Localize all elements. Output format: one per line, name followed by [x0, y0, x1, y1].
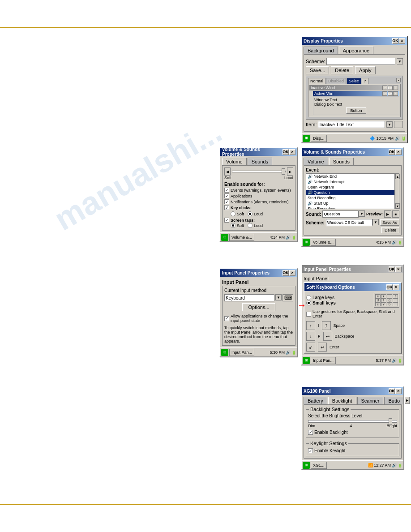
event-stop-recording[interactable]: Stop Recording [306, 206, 394, 209]
start-flag-xg[interactable]: ⊞ [303, 462, 310, 469]
scroll-up-btn[interactable]: ▲ [395, 174, 400, 179]
vol-r-clock: 4:15 PM 🔊 🔋 [376, 240, 402, 245]
item-dropdown-arrow[interactable]: ▼ [386, 121, 393, 128]
inp-r-clock: 5:37 PM 🔊 🔋 [376, 358, 402, 363]
radio-soft-1-btn[interactable] [231, 211, 235, 216]
display-ok-btn[interactable]: OK [392, 38, 398, 44]
apply-button[interactable]: Apply [355, 66, 376, 74]
xg100-close[interactable]: × [395, 388, 402, 394]
event-start-recording[interactable]: Start Recording [306, 195, 394, 201]
event-listbox[interactable]: 🔊 Network End 🔊 Network Interrupt Open P… [306, 173, 395, 209]
volume-right-close[interactable]: × [395, 149, 402, 155]
save-button[interactable]: Save... [306, 66, 329, 74]
start-flag-vol-l[interactable]: ⊞ [221, 234, 228, 241]
sound-dropdown[interactable]: ▼ [359, 210, 365, 217]
scheme-dropdown-arrow[interactable]: ▼ [397, 58, 403, 64]
input-right-outer-close[interactable]: × [395, 266, 402, 272]
delete-btn-r[interactable]: Delete [381, 227, 399, 233]
taskbar-inp-l-item[interactable]: Input Pan... [229, 349, 254, 356]
play-btn[interactable]: ▶ [384, 210, 391, 218]
soft-kb-ok[interactable]: OK [386, 284, 393, 290]
taskbar-vol-r-item[interactable]: Volume &... [311, 239, 336, 246]
cb-keyclicks[interactable]: ✓ [224, 205, 229, 210]
radio-small-keys-label: Small keys [313, 300, 336, 305]
input-panel-tab-content: Current input method: Keyboard ▼ ⌨ Optio… [222, 286, 295, 346]
enable-sounds-label: Enable sounds for: [224, 182, 293, 187]
sound-value[interactable]: Question [322, 210, 359, 218]
start-flag-inp-r[interactable]: ⊞ [303, 357, 310, 364]
tab-butto[interactable]: Butto [384, 397, 404, 404]
cb-enable-keylight[interactable]: ✓ [308, 448, 313, 453]
brightness-track[interactable] [308, 420, 397, 423]
display-taskbar: ⊞ Disp... 🔷 10:15 PM 🔊 🔋 [302, 133, 407, 142]
cb-enable-backlight[interactable]: ✓ [308, 430, 313, 435]
cb-gestures[interactable] [306, 312, 311, 317]
vol-track[interactable] [232, 171, 286, 172]
scroll-down-btn[interactable]: ▼ [395, 203, 400, 209]
cb-notifs[interactable]: ✓ [224, 199, 229, 204]
vol-r-battery: 🔋 [398, 240, 402, 245]
scheme-value-r[interactable]: Windows CE Default [326, 219, 372, 226]
input-value[interactable]: Keyboard [224, 294, 274, 301]
preview-active-ok: OK [388, 91, 393, 96]
taskbar-xg-item[interactable]: XG1... [311, 462, 327, 469]
event-question[interactable]: 🔊 Question [306, 190, 394, 195]
options-btn[interactable]: Options... [242, 303, 275, 311]
stop-btn[interactable]: ■ [392, 210, 399, 218]
input-dropdown[interactable]: ▼ [275, 294, 282, 300]
display-properties-title: Display Properties [304, 39, 343, 43]
cb-screentaps[interactable]: ✓ [224, 218, 229, 223]
tab-scanner[interactable]: Scanner [357, 397, 384, 404]
event-network-interrupt[interactable]: 🔊 Network Interrupt [306, 179, 394, 184]
input-panel-tab-label: Input Panel [222, 279, 295, 286]
vol-increase-btn[interactable]: ► [287, 167, 293, 176]
radio-large-keys: Large keys [306, 295, 370, 300]
volume-left-ok[interactable]: OK [283, 149, 289, 155]
cb-allow-apps[interactable]: ✓ [224, 316, 229, 321]
cb-apps[interactable]: ✓ [224, 193, 229, 198]
taskbar-vol-l-item[interactable]: Volume &... [229, 234, 254, 241]
tab-more-arrow[interactable]: ► [405, 397, 410, 404]
delete-button[interactable]: Delete [331, 66, 353, 74]
xg100-ok[interactable]: OK [389, 388, 395, 394]
tab-volume[interactable]: Volume [222, 158, 247, 165]
tab-sounds[interactable]: Sounds [248, 158, 272, 165]
start-flag-inp-l[interactable]: ⊞ [221, 349, 228, 356]
event-network-end[interactable]: 🔊 Network End [306, 174, 394, 179]
start-flag-vol-r[interactable]: ⊞ [303, 239, 310, 246]
event-scrollbar[interactable]: ▲ ▼ [395, 173, 399, 209]
radio-soft-2-btn[interactable] [231, 223, 235, 228]
cb-events[interactable]: ✓ [224, 188, 229, 193]
appearance-preview: Normal Disabled Selec ? × Inactive Wind … [306, 76, 403, 120]
tab-sounds-r[interactable]: Sounds [329, 158, 354, 165]
volume-left-close[interactable]: × [289, 149, 295, 155]
tab-appearance[interactable]: Appearance [339, 47, 373, 54]
radio-large-keys-btn[interactable] [306, 295, 311, 300]
vol-decrease-btn[interactable]: ◄ [224, 167, 231, 176]
tab-battery[interactable]: Battery [304, 397, 327, 404]
item-color-btn[interactable] [394, 121, 403, 128]
radio-loud-1-btn[interactable] [248, 211, 253, 216]
scheme-dropdown-r[interactable]: ▼ [372, 219, 379, 225]
input-right-outer-ok[interactable]: OK [389, 266, 395, 272]
soft-kb-close[interactable]: × [393, 284, 399, 290]
event-start-up[interactable]: 🔊 Start Up [306, 201, 394, 206]
tab-vol-r[interactable]: Volume [304, 158, 328, 165]
display-close-btn[interactable]: × [399, 38, 405, 44]
taskbar-inp-r-item[interactable]: Input Pan... [311, 357, 336, 364]
event-open-program[interactable]: Open Program [306, 184, 394, 190]
input-left-ok[interactable]: OK [283, 270, 289, 276]
radio-small-keys-btn[interactable] [306, 300, 311, 305]
save-as-btn[interactable]: Save As [380, 219, 399, 226]
volume-right-ok[interactable]: OK [389, 149, 395, 155]
start-flag[interactable]: ⊞ [303, 135, 310, 142]
brightness-thumb[interactable] [389, 418, 392, 425]
input-left-close[interactable]: × [289, 270, 295, 276]
key-size-options: Large keys Small keys [306, 295, 370, 306]
radio-loud-2-btn[interactable] [248, 223, 253, 228]
tab-backlight[interactable]: Backlight [328, 397, 356, 404]
taskbar-disp-item[interactable]: Disp... [311, 135, 327, 142]
tab-background[interactable]: Background [304, 47, 338, 54]
vol-thumb[interactable] [282, 168, 285, 175]
preview-button[interactable]: Button [346, 107, 366, 114]
